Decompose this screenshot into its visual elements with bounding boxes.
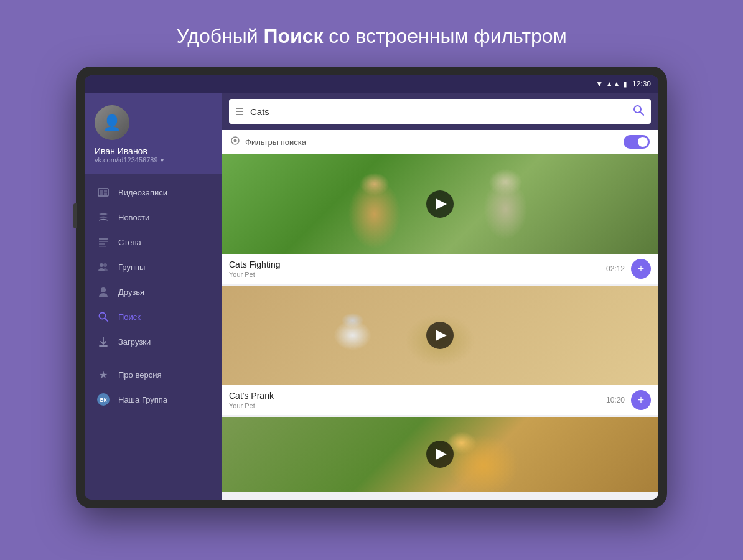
filter-settings-icon [230,136,240,148]
thumbnail-cats-prank[interactable] [222,286,658,385]
sidebar-label-pro: Про версия [118,370,161,380]
video-item-2: Cat's Prank Your Pet 10:20 + [222,286,658,415]
svg-point-17 [234,139,237,142]
wifi-icon: ▼ [596,80,603,88]
play-triangle-icon-2 [436,330,447,341]
dropdown-arrow-icon[interactable]: ▾ [161,157,164,164]
sidebar-item-wall[interactable]: Стена [85,230,222,254]
tablet-screen: ▼ ▲▲ ▮ 12:30 👤 Иван Иванов vk.com/id1234… [85,75,658,500]
sidebar-item-group[interactable]: вк Наша Группа [85,387,222,412]
svg-rect-4 [99,238,108,240]
sidebar-item-downloads[interactable]: Загрузки [85,329,222,354]
tablet-shell: ▼ ▲▲ ▮ 12:30 👤 Иван Иванов vk.com/id1234… [76,67,667,508]
nav-list: Видеозаписи Новости [85,174,222,500]
headline: Удобный Поиск со встроенным фильтром [176,25,566,48]
star-icon: ★ [97,368,110,381]
news-icon [97,211,110,223]
groups-icon [97,261,110,273]
svg-rect-6 [99,243,105,245]
filter-label: Фильтры поиска [245,138,619,147]
svg-rect-3 [104,193,107,195]
search-bar[interactable]: ☰ Cats [229,99,651,124]
svg-point-8 [100,263,103,267]
thumbnail-cat3[interactable] [222,417,658,492]
sidebar: 👤 Иван Иванов vk.com/id123456789 ▾ [85,93,222,500]
video-title-2: Cat's Prank [229,391,606,401]
sidebar-item-videos[interactable]: Видеозаписи [85,180,222,205]
sidebar-item-friends[interactable]: Друзья [85,279,222,304]
sidebar-item-news[interactable]: Новости [85,205,222,230]
search-icon[interactable] [632,104,645,119]
svg-rect-2 [104,190,107,192]
sidebar-label-search: Поиск [118,312,141,322]
user-profile[interactable]: 👤 Иван Иванов vk.com/id123456789 ▾ [85,93,222,174]
sidebar-item-search[interactable]: Поиск [85,304,222,329]
play-triangle-icon [436,198,447,210]
wall-icon [97,236,110,248]
avatar-image: 👤 [95,105,129,140]
svg-point-10 [101,287,106,292]
avatar: 👤 [95,105,129,140]
video-item-1: Cats Fighting Your Pet 02:12 + [222,154,658,284]
user-name: Иван Иванов [95,146,147,156]
video-text-2: Cat's Prank Your Pet [229,391,606,409]
video-text-1: Cats Fighting Your Pet [229,259,606,278]
sidebar-label-news: Новости [118,213,149,222]
svg-line-12 [105,319,108,322]
tablet-side-button [73,203,77,228]
filter-row: Фильтры поиска [222,130,658,154]
video-channel-2: Your Pet [229,402,606,409]
signal-icon: ▲▲ [605,80,620,88]
videos-icon [97,186,110,198]
sidebar-label-wall: Стена [118,238,141,247]
sidebar-label-downloads: Загрузки [118,337,151,347]
play-button-3[interactable] [426,441,454,468]
video-info-1: Cats Fighting Your Pet 02:12 + [222,254,658,284]
play-triangle-icon-3 [436,449,447,460]
video-duration-2: 10:20 [606,396,625,404]
add-button-2[interactable]: + [631,390,651,410]
svg-point-9 [103,263,107,267]
downloads-icon [97,335,110,348]
sidebar-item-groups[interactable]: Группы [85,254,222,279]
video-info-2: Cat's Prank Your Pet 10:20 + [222,385,658,415]
right-content: ☰ Cats [222,93,658,500]
status-icons: ▼ ▲▲ ▮ 12:30 [596,80,651,88]
search-nav-icon [97,310,110,323]
sidebar-label-videos: Видеозаписи [118,188,167,197]
headline-text: Удобный Поиск со встроенным фильтром [176,25,566,47]
video-channel-1: Your Pet [229,271,606,278]
svg-line-15 [640,111,644,115]
search-input[interactable]: Cats [250,106,632,117]
thumbnail-cats-fighting[interactable] [222,154,658,254]
sidebar-label-friends: Друзья [118,287,144,297]
status-time: 12:30 [632,80,651,88]
video-duration-1: 02:12 [606,264,625,273]
sidebar-label-groups: Группы [118,263,145,272]
nav-divider [95,358,212,358]
battery-icon: ▮ [623,80,627,88]
svg-rect-1 [100,190,103,195]
video-item-3 [222,417,658,492]
vk-icon: вк [97,393,110,406]
video-title-1: Cats Fighting [229,259,606,269]
svg-rect-5 [99,241,108,242]
user-id: vk.com/id123456789 [95,156,158,164]
sidebar-item-pro[interactable]: ★ Про версия [85,362,222,387]
status-bar: ▼ ▲▲ ▮ 12:30 [85,75,658,93]
video-list: Cats Fighting Your Pet 02:12 + [222,154,658,500]
search-bar-area: ☰ Cats [222,93,658,130]
play-button-1[interactable] [426,190,454,218]
svg-rect-7 [99,246,106,247]
play-button-2[interactable] [426,322,454,349]
filter-toggle[interactable] [624,135,650,149]
friends-icon [97,286,110,298]
main-area: 👤 Иван Иванов vk.com/id123456789 ▾ [85,93,658,500]
sidebar-label-group: Наша Группа [118,395,167,404]
add-button-1[interactable]: + [631,259,651,279]
hamburger-icon[interactable]: ☰ [235,106,244,118]
toggle-knob [638,137,648,147]
